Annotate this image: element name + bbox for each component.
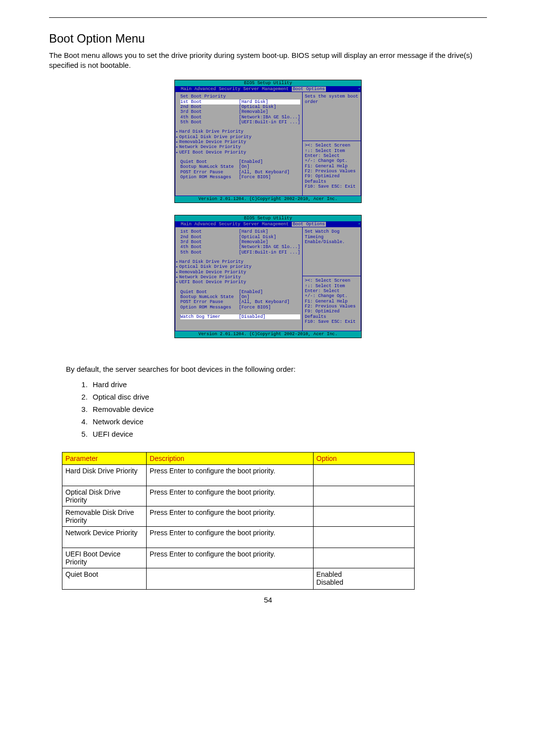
boot-value: [Network:IBA GE Slo...] — [239, 115, 300, 120]
boot-label: 3rd Boot — [180, 240, 239, 245]
setting-value: [Enabled] — [239, 290, 263, 295]
boot-label: 1st Boot — [180, 229, 239, 234]
parameter-table: Parameter Description Option Hard Disk D… — [62, 452, 415, 590]
bios-screenshot-2: BIOS Setup Utility Main Advanced Securit… — [174, 215, 362, 338]
bios-tab: Security — [219, 87, 240, 92]
submenu-item: Hard Disk Drive Priority — [180, 129, 300, 134]
key-line: Enter: Select — [305, 153, 359, 158]
bios-title: BIOS Setup Utility — [175, 215, 361, 221]
key-line: F10: Save ESC: Exit — [305, 319, 359, 324]
page-number: 54 — [49, 596, 487, 604]
cell-param: Network Device Priority — [62, 526, 147, 548]
setting-value: [All, But Keyboard] — [239, 170, 290, 175]
table-row: Removable Disk Drive Priority Press Ente… — [62, 506, 415, 526]
bios-tab-active: Boot Options — [292, 222, 326, 227]
key-line: +/-: Change Opt. — [305, 158, 359, 163]
bios-key-help: ><: Select Screen ↑↓: Select Item Enter:… — [303, 276, 361, 331]
bios-tab: Main — [181, 87, 192, 92]
boot-value: [UEFI:Built-in EFI ...] — [239, 250, 300, 255]
boot-value: [Network:IBA GE Slo...] — [239, 245, 300, 250]
bios-help-text: Sets the system boot order — [303, 92, 361, 141]
bios-key-help: ><: Select Screen ↑↓: Select Item Enter:… — [303, 141, 361, 196]
key-line: F2: Previous Values — [305, 169, 359, 174]
setting-label: Option ROM Messages — [180, 305, 239, 310]
submenu-item: Network Device Priority — [180, 145, 300, 150]
boot-label: 2nd Boot — [180, 104, 239, 109]
cell-param: Hard Disk Drive Priority — [62, 464, 147, 486]
boot-label: 2nd Boot — [180, 235, 239, 240]
boot-value: [Optical Disk] — [239, 104, 276, 109]
list-item: Optical disc drive — [90, 391, 487, 403]
submenu-item: Hard Disk Drive Priority — [180, 259, 300, 264]
submenu-item: Optical Disk Drive priority — [180, 135, 300, 140]
key-line: ↑↓: Select Item — [305, 284, 359, 289]
set-boot-priority-header: Set Boot Priority — [180, 94, 239, 99]
cell-param: Optical Disk Drive Priority — [62, 486, 147, 506]
key-line: ><: Select Screen — [305, 143, 359, 148]
key-line: ↑↓: Select Item — [305, 149, 359, 153]
bios-tab: Server Management — [243, 87, 289, 92]
cell-option — [313, 464, 414, 486]
setting-label: Quiet Boot — [180, 159, 239, 164]
bios-tab: Main — [181, 222, 192, 227]
cell-param: UEFI Boot Device Priority — [62, 548, 147, 568]
boot-value: [Removable] — [239, 109, 268, 114]
bios-tab-active: Boot Options — [292, 87, 326, 92]
bios-footer: Version 2.01.1204. (C)Copyright 2002-201… — [175, 196, 361, 202]
key-line: ><: Select Screen — [305, 278, 359, 283]
cell-param: Quiet Boot — [62, 568, 147, 589]
boot-label: 4th Boot — [180, 245, 239, 250]
bios-tab: Advanced — [195, 87, 216, 92]
th-option: Option — [313, 452, 414, 464]
key-line: F9: Optimized Defaults — [305, 309, 359, 319]
setting-label: Option ROM Messages — [180, 175, 239, 180]
bios-tab: Advanced — [195, 222, 216, 227]
bios-footer: Version 2.01.1204. (C)Copyright 2002-201… — [175, 331, 361, 337]
table-row: Network Device Priority Press Enter to c… — [62, 526, 415, 548]
table-row: Hard Disk Drive Priority Press Enter to … — [62, 464, 415, 486]
boot-label: 5th Boot — [180, 250, 239, 255]
submenu-item: Network Device Priority — [180, 275, 300, 280]
setting-label: POST Error Pause — [180, 170, 239, 175]
boot-label: 4th Boot — [180, 115, 239, 120]
list-item: Removable device — [90, 403, 487, 415]
boot-value: [Hard Disk] — [239, 229, 268, 234]
boot-value: [Removable] — [239, 240, 268, 245]
setting-value: [Force BIOS] — [239, 305, 271, 310]
key-line: Enter: Select — [305, 289, 359, 294]
submenu-item: Optical Disk Drive priority — [180, 264, 300, 269]
bios-tab: Security — [219, 222, 240, 227]
setting-value: [All, But Keyboard] — [239, 300, 290, 304]
key-line: F9: Optimized Defaults — [305, 174, 359, 184]
cell-option — [313, 506, 414, 526]
wdt-label: Watch Dog Timer — [180, 314, 239, 319]
cell-option — [313, 486, 414, 506]
cell-desc — [147, 568, 313, 589]
list-item: Hard drive — [90, 378, 487, 391]
key-line: F10: Save ESC: Exit — [305, 184, 359, 189]
tab-scroll-right-icon: ▸ — [358, 86, 361, 91]
submenu-item: Removable Device Priority — [180, 140, 300, 145]
submenu-item: UEFI Boot Device Priority — [180, 150, 300, 155]
boot-label: 3rd Boot — [180, 109, 239, 114]
boot-order-list: Hard drive Optical disc drive Removable … — [73, 378, 487, 440]
section-title: Boot Option Menu — [49, 32, 487, 46]
setting-value: [Force BIOS] — [239, 175, 271, 180]
list-item: UEFI device — [90, 428, 487, 440]
cell-desc: Press Enter to configure the boot priori… — [147, 486, 313, 506]
setting-label: POST Error Pause — [180, 300, 239, 304]
top-divider — [49, 17, 487, 18]
bios-tabs: Main Advanced Security Server Management… — [175, 221, 361, 227]
boot-label: 1st Boot — [180, 100, 239, 104]
setting-value: [On] — [239, 164, 250, 169]
wdt-value: [Disabled] — [239, 314, 266, 319]
cell-option — [313, 526, 414, 548]
cell-option — [313, 548, 414, 568]
boot-value: [Optical Disk] — [239, 235, 276, 240]
setting-label: Quiet Boot — [180, 290, 239, 295]
intro-paragraph: The Boot menu allows you to set the driv… — [49, 50, 487, 71]
boot-value: [UEFI:Built-in EFI ...] — [239, 120, 300, 125]
setting-label: Bootup NumLock State — [180, 295, 239, 300]
cell-desc: Press Enter to configure the boot priori… — [147, 464, 313, 486]
key-line: F2: Previous Values — [305, 304, 359, 309]
